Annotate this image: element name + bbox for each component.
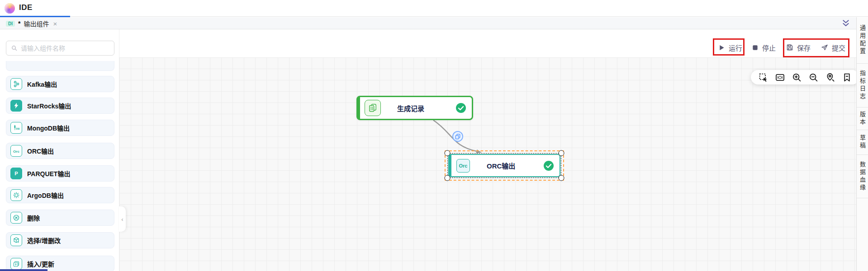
panel-collapse-handle[interactable]: ‹ bbox=[119, 206, 126, 232]
starrocks-icon bbox=[10, 100, 22, 112]
sidebar-item-kafka-output[interactable]: Kafka输出 bbox=[6, 76, 114, 92]
stop-button[interactable]: 停止 bbox=[752, 41, 776, 54]
sidebar-item-insert-update[interactable]: 插入/更新 bbox=[6, 256, 114, 271]
list-item-partial[interactable] bbox=[6, 61, 114, 71]
success-check-icon bbox=[543, 160, 554, 171]
tab-dirty-marker: * bbox=[18, 20, 20, 27]
flow-canvas[interactable]: 生成记录 Orc ORC输出 bbox=[119, 57, 856, 271]
save-icon bbox=[786, 44, 793, 51]
minimap-icon[interactable] bbox=[772, 73, 788, 82]
component-panel: Kafka输出 StarRocks输出 DB MongoDB输出 Orc ORC bbox=[0, 29, 119, 271]
svg-text:Orc: Orc bbox=[13, 150, 19, 154]
resize-handle-bottom-right[interactable] bbox=[559, 175, 564, 181]
chevron-left-icon: ‹ bbox=[121, 216, 123, 223]
sidebar-item-orc-output[interactable]: Orc ORC输出 bbox=[6, 143, 114, 159]
sidebar-item-draft[interactable]: 草稿 bbox=[857, 130, 868, 155]
orc-icon: Orc bbox=[10, 145, 22, 157]
kafka-icon bbox=[10, 78, 22, 90]
zoom-in-icon[interactable] bbox=[788, 73, 805, 82]
success-check-icon bbox=[455, 103, 466, 113]
mongodb-icon: DB bbox=[10, 122, 22, 134]
sidebar-item-data-lineage[interactable]: 数据血缘 bbox=[857, 155, 868, 198]
save-button[interactable]: 保存 bbox=[786, 41, 811, 54]
sidebar-item-argodb-output[interactable]: ArgoDB输出 bbox=[6, 187, 114, 203]
zoom-out-icon[interactable] bbox=[805, 73, 822, 82]
right-config-sidebar: 通用配置 指标日志 版本 草稿 数据血缘 bbox=[856, 17, 868, 271]
sidebar-item-mongodb-output[interactable]: DB MongoDB输出 bbox=[6, 120, 114, 136]
bookmark-icon[interactable] bbox=[839, 73, 855, 82]
run-toolbar: 运行 停止 保存 提交 bbox=[119, 29, 856, 57]
search-icon bbox=[11, 45, 18, 51]
sidebar-item-starrocks-output[interactable]: StarRocks输出 bbox=[6, 98, 114, 114]
marquee-select-icon[interactable] bbox=[755, 73, 772, 82]
ide-window: IDE DI * 输出组件 × bbox=[0, 0, 868, 271]
edge-copy-icon[interactable] bbox=[452, 131, 463, 142]
component-search[interactable] bbox=[6, 41, 114, 56]
search-input[interactable] bbox=[21, 45, 109, 52]
node-orc-output-selection: Orc ORC输出 bbox=[445, 150, 564, 181]
resize-handle-top-right[interactable] bbox=[559, 150, 564, 156]
sidebar-item-delete[interactable]: 删除 bbox=[6, 210, 114, 226]
node-generate-records[interactable]: 生成记录 bbox=[356, 96, 473, 120]
sidebar-item-version[interactable]: 版本 bbox=[857, 107, 868, 130]
tab-close-icon[interactable]: × bbox=[52, 20, 58, 27]
delete-icon bbox=[10, 212, 22, 224]
scroll-indicator bbox=[0, 269, 47, 271]
insert-update-icon bbox=[10, 258, 22, 270]
sidebar-item-parquet-output[interactable]: P PARQUET输出 bbox=[6, 165, 114, 182]
run-button[interactable]: 运行 bbox=[718, 41, 742, 54]
tab-output-components[interactable]: DI * 输出组件 × bbox=[6, 19, 58, 28]
sidebar-item-metrics-log[interactable]: 指标日志 bbox=[857, 64, 868, 107]
submit-button[interactable]: 提交 bbox=[821, 41, 845, 54]
select-cud-icon bbox=[10, 234, 22, 246]
orc-node-icon: Orc bbox=[456, 159, 470, 173]
node-orc-output[interactable]: Orc ORC输出 bbox=[448, 154, 560, 177]
resize-handle-bottom-left[interactable] bbox=[445, 175, 451, 181]
tab-bar: DI * 输出组件 × bbox=[0, 17, 856, 29]
app-header: IDE bbox=[0, 0, 868, 17]
sidebar-item-general-config[interactable]: 通用配置 bbox=[857, 17, 868, 64]
double-chevron-down-icon[interactable] bbox=[842, 19, 850, 28]
tab-type-badge: DI bbox=[6, 21, 15, 27]
node-label: 生成记录 bbox=[397, 103, 424, 113]
generate-records-icon bbox=[365, 100, 381, 116]
parquet-icon: P bbox=[10, 168, 22, 179]
app-title: IDE bbox=[19, 3, 33, 12]
svg-text:DB: DB bbox=[16, 127, 20, 130]
resize-handle-top-left[interactable] bbox=[445, 150, 451, 156]
app-logo-icon bbox=[5, 3, 15, 14]
stop-icon bbox=[752, 44, 759, 51]
tab-label: 输出组件 bbox=[24, 19, 49, 28]
sidebar-item-select-cud[interactable]: 选择/增删改 bbox=[6, 232, 114, 248]
paper-plane-icon bbox=[821, 44, 828, 51]
canvas-toolbar bbox=[751, 70, 859, 84]
node-label: ORC输出 bbox=[487, 161, 515, 170]
svg-text:P: P bbox=[14, 171, 18, 176]
locate-icon[interactable] bbox=[822, 73, 839, 82]
play-icon bbox=[718, 44, 725, 51]
argodb-icon bbox=[10, 189, 22, 201]
